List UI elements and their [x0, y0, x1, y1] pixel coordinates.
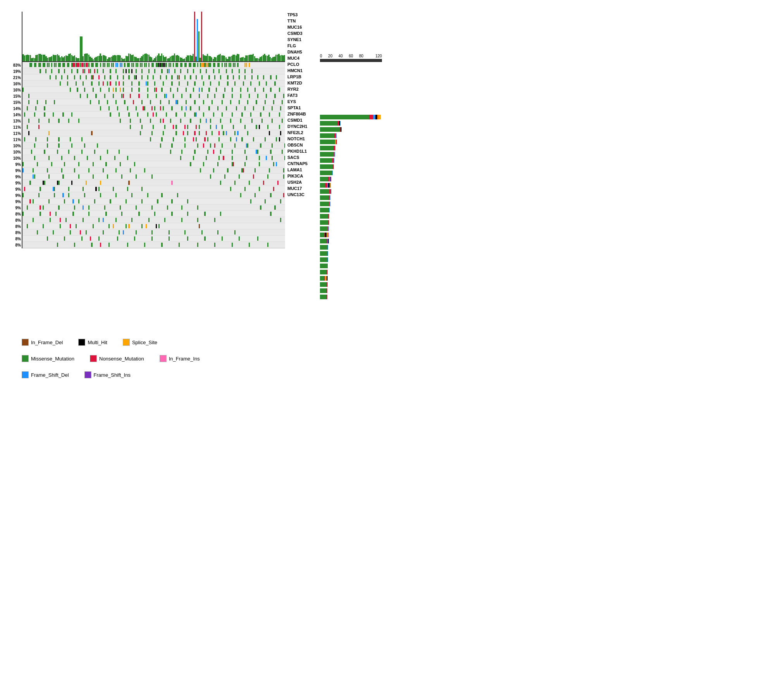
mutation-mark: [206, 119, 207, 123]
mutation-mark: [130, 168, 131, 172]
gene-label: CSMD3: [285, 30, 316, 36]
mutation-mark: [170, 119, 171, 123]
mutation-mark: [210, 143, 211, 148]
mutation-mark: [197, 218, 198, 222]
mutation-mark: [171, 75, 172, 79]
mutation-mark: [45, 69, 46, 73]
mutation-mark: [279, 137, 280, 141]
mutation-mark: [276, 75, 277, 79]
mutation-mark: [220, 150, 221, 154]
mutation-mark: [194, 131, 195, 135]
mutation-mark: [200, 119, 201, 123]
mutation-mark: [154, 69, 155, 73]
mutation-mark: [226, 106, 227, 110]
mutation-mark: [210, 174, 211, 179]
mutation-mark: [97, 143, 98, 148]
right-bar-row: [320, 176, 392, 182]
mutation-mark: [170, 150, 171, 154]
mutation-mark: [197, 63, 198, 67]
mutation-mark: [214, 218, 215, 222]
mutation-mark: [93, 174, 94, 179]
mutation-mark: [72, 212, 74, 216]
mutation-mark: [168, 69, 170, 73]
mutation-mark: [267, 174, 268, 179]
mutation-mark: [199, 125, 200, 129]
right-bar-segment: [334, 164, 334, 169]
table-row: [22, 161, 285, 167]
right-bar-bg: [320, 183, 331, 188]
mutation-mark: [154, 212, 155, 216]
mutation-mark: [154, 81, 155, 86]
right-bar-segment: [331, 177, 331, 181]
right-bar-row: [320, 281, 392, 288]
gene-label: CNTNAP5: [285, 160, 316, 167]
mutation-mark: [98, 218, 100, 222]
mutation-mark: [138, 94, 139, 98]
mutation-mark: [227, 168, 228, 172]
mutation-mark: [86, 75, 87, 79]
mutation-mark: [175, 63, 177, 67]
mutation-mark: [204, 236, 205, 241]
mutation-mark: [230, 119, 231, 123]
mutation-mark: [237, 63, 238, 67]
mutation-mark: [100, 106, 101, 110]
pct-label: 14%: [8, 112, 22, 118]
right-bar-segment: [332, 171, 333, 175]
mutation-mark: [181, 106, 182, 110]
mutation-mark: [249, 63, 250, 67]
mutation-mark: [67, 75, 68, 79]
pct-label: 10%: [8, 143, 22, 149]
mutation-mark: [120, 205, 121, 210]
mutation-mark: [160, 75, 161, 79]
right-bar-segment: [327, 270, 328, 274]
right-bar-segment: [320, 288, 327, 293]
mutation-mark: [64, 63, 65, 67]
mutation-mark: [77, 63, 78, 67]
mutation-mark: [115, 69, 117, 73]
mutation-mark: [86, 63, 87, 67]
mutation-mark: [35, 106, 36, 110]
mutation-mark: [140, 119, 141, 123]
legend-swatch: [84, 371, 91, 378]
mutation-mark: [107, 63, 108, 67]
legend-label: Frame_Shift_Del: [31, 372, 69, 378]
mutation-mark: [204, 212, 205, 216]
mutation-mark: [186, 100, 187, 104]
mutation-mark: [136, 75, 137, 79]
mutation-mark: [34, 112, 35, 117]
legend-swatch: [78, 339, 85, 346]
mutation-mark: [53, 112, 54, 117]
gene-label: FLG: [285, 43, 316, 49]
mutation-mark: [115, 63, 117, 67]
legend-label: Missense_Mutation: [31, 356, 74, 362]
mutation-mark: [179, 75, 180, 79]
mutation-mark: [233, 125, 234, 129]
mutation-mark: [151, 230, 153, 235]
mutation-mark: [74, 243, 75, 247]
mutation-mark: [38, 125, 40, 129]
mutation-mark: [284, 156, 285, 160]
mutation-mark: [40, 205, 41, 210]
mutation-mark: [146, 81, 147, 86]
mutation-mark: [173, 137, 174, 141]
pct-label: 8%: [8, 217, 22, 223]
mutation-mark: [128, 224, 129, 228]
mutation-mark: [265, 100, 266, 104]
mutation-mark: [270, 193, 271, 197]
right-bar-segment: [320, 164, 333, 169]
mutation-mark: [177, 88, 178, 92]
mutation-mark: [71, 181, 72, 185]
gene-label: DNAH5: [285, 49, 316, 55]
mutation-mark: [40, 187, 41, 191]
table-row: [22, 81, 285, 87]
mutation-mark: [47, 63, 48, 67]
mutation-mark: [131, 88, 132, 92]
mutation-mark: [170, 63, 171, 67]
mutation-mark: [197, 205, 198, 210]
table-row: [22, 74, 285, 81]
mutation-mark: [283, 168, 284, 172]
mutation-mark: [193, 137, 194, 141]
gene-label: FAT3: [285, 92, 316, 98]
mutation-mark: [128, 63, 129, 67]
mutation-mark: [104, 205, 105, 210]
